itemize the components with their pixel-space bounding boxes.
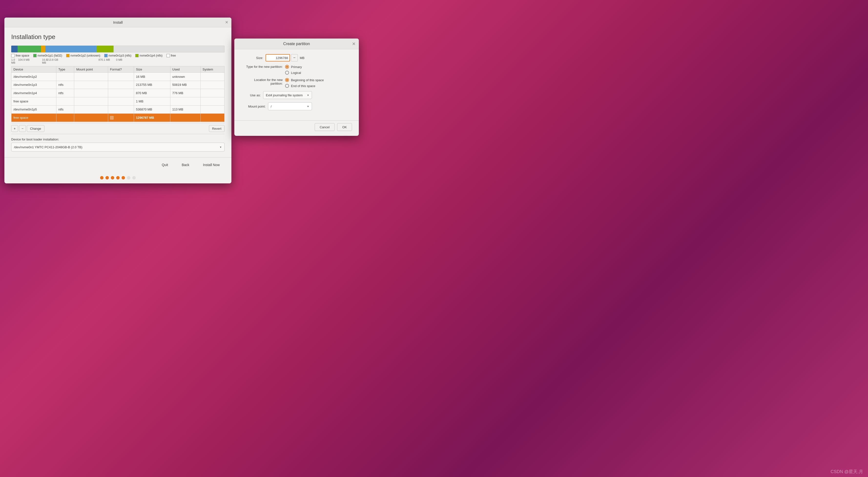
bootloader-label: Device for boot loader installation: — [11, 138, 224, 141]
bootloader-select[interactable]: /dev/nvme0n1 YMTC PC411-2048GB-B (2.0 TB… — [11, 143, 224, 151]
cell-format — [108, 73, 134, 81]
legend-label-ntfs4: nvme0n1p4 (ntfs) — [140, 54, 162, 57]
cell-device-selected: free space — [11, 114, 56, 122]
size-row: Size: − MB — [241, 54, 352, 62]
col-device: Device — [11, 66, 56, 73]
location-end-option[interactable]: End of this space — [285, 84, 324, 88]
cell-mount — [74, 73, 108, 81]
legend-sizes: 1.0 MB 104.9 MB 16.8 MB 213.8 GB 870.1 M… — [11, 58, 224, 64]
legend-box-ntfs4 — [135, 54, 138, 57]
cell-type — [56, 73, 74, 81]
table-row[interactable]: /dev/nvme0n1p5 ntfs 536870 MB 113 MB — [11, 105, 224, 114]
type-logical-option[interactable]: Logical — [285, 71, 302, 75]
dot-7 — [132, 176, 136, 179]
cell-device: /dev/nvme0n1p4 — [11, 89, 56, 97]
legend-fat32: nvme0n1p1 (fat32) — [33, 54, 62, 57]
type-logical-label: Logical — [291, 71, 301, 75]
revert-button[interactable]: Revert — [209, 125, 224, 132]
table-row[interactable]: /dev/nvme0n1p2 16 MB unknown — [11, 73, 224, 81]
dot-2 — [105, 176, 109, 179]
size-free2: 0 MB — [116, 58, 122, 64]
cell-mount — [74, 81, 108, 89]
change-partition-button[interactable]: Change — [27, 125, 44, 132]
location-beginning-option[interactable]: Beginning of this space — [285, 78, 324, 82]
dialog-close-button[interactable]: ✕ — [351, 42, 356, 46]
mount-select[interactable]: / ▼ — [268, 102, 312, 110]
location-form-label: Location for the new partition: — [241, 78, 283, 86]
cell-size: 213755 MB — [134, 81, 170, 89]
legend-box-ntfs3 — [104, 54, 107, 57]
type-radio-group: Primary Logical — [285, 65, 302, 75]
dialog-titlebar: Create partition ✕ — [234, 38, 359, 49]
size-minus-button[interactable]: − — [291, 54, 298, 62]
size-ntfs4: 870.1 MB — [99, 58, 116, 64]
back-button[interactable]: Back — [177, 161, 194, 169]
cell-type: ntfs — [56, 89, 74, 97]
col-system: System — [200, 66, 224, 73]
add-partition-button[interactable]: + — [11, 125, 18, 132]
dialog-title: Create partition — [283, 42, 310, 46]
useas-select[interactable]: Ext4 journaling file system ▼ — [263, 91, 312, 99]
create-partition-dialog: Create partition ✕ Size: − MB Type for t… — [234, 38, 359, 136]
size-mb-label: MB — [300, 56, 305, 60]
location-radio-group: Beginning of this space End of this spac… — [285, 78, 324, 88]
table-row-selected[interactable]: free space 1296787 MB — [11, 114, 224, 122]
cell-device: free space — [11, 97, 56, 105]
bar-fat32 — [18, 45, 41, 53]
cell-used — [170, 97, 200, 105]
location-end-radio[interactable] — [285, 84, 289, 88]
location-beginning-label: Beginning of this space — [291, 78, 324, 82]
legend-box-free1 — [11, 54, 14, 57]
dot-1 — [100, 176, 103, 179]
cell-format — [108, 89, 134, 97]
cell-system — [200, 97, 224, 105]
bar-free-space-1 — [11, 45, 18, 53]
legend-ntfs4: nvme0n1p4 (ntfs) — [135, 54, 162, 57]
type-logical-radio[interactable] — [285, 71, 289, 75]
table-row[interactable]: /dev/nvme0n1p3 ntfs 213755 MB 50819 MB — [11, 81, 224, 89]
size-unknown: 16.8 MB — [42, 58, 46, 64]
table-row[interactable]: /dev/nvme0n1p4 ntfs 870 MB 776 MB — [11, 89, 224, 97]
useas-value: Ext4 journaling file system — [266, 93, 303, 97]
table-row[interactable]: free space 1 MB — [11, 97, 224, 105]
legend-free-space-1: free space — [11, 54, 29, 57]
install-now-button[interactable]: Install Now — [198, 161, 224, 169]
mount-arrow-icon: ▼ — [307, 105, 309, 108]
location-beginning-radio[interactable] — [285, 78, 289, 82]
useas-arrow-icon: ▼ — [307, 94, 309, 97]
quit-button[interactable]: Quit — [157, 161, 173, 169]
bar-ntfs4 — [97, 45, 114, 53]
legend-unknown: nvme0n1p2 (unknown) — [66, 54, 100, 57]
size-free1: 1.0 MB — [11, 58, 18, 64]
cell-size-selected: 1296787 MB — [134, 114, 170, 122]
remove-partition-button[interactable]: − — [19, 125, 26, 132]
cell-system — [200, 81, 224, 89]
legend-box-unknown — [66, 54, 69, 57]
cell-type: ntfs — [56, 105, 74, 114]
legend-box-free2 — [166, 54, 170, 57]
legend-ntfs3: nvme0n1p3 (ntfs) — [104, 54, 131, 57]
dot-4 — [116, 176, 120, 179]
install-window: Install ✕ Installation type free space n… — [4, 18, 231, 183]
install-title: Install — [113, 20, 123, 24]
format-checkbox[interactable] — [110, 116, 114, 120]
bar-ntfs3 — [45, 45, 97, 53]
cell-device: /dev/nvme0n1p2 — [11, 73, 56, 81]
mount-form-label: Mount point: — [241, 105, 266, 108]
size-input-field[interactable] — [266, 54, 290, 62]
cell-format — [108, 97, 134, 105]
cell-size: 1 MB — [134, 97, 170, 105]
legend-label-unknown: nvme0n1p2 (unknown) — [70, 54, 100, 57]
install-close-button[interactable]: ✕ — [224, 21, 228, 24]
cell-used: unknown — [170, 73, 200, 81]
cell-size: 870 MB — [134, 89, 170, 97]
ok-button[interactable]: OK — [337, 123, 352, 131]
type-primary-option[interactable]: Primary — [285, 65, 302, 69]
type-primary-radio[interactable] — [285, 65, 289, 69]
install-titlebar: Install ✕ — [4, 18, 231, 27]
cell-used: 776 MB — [170, 89, 200, 97]
bootloader-section: Device for boot loader installation: /de… — [11, 138, 224, 151]
cell-mount — [74, 89, 108, 97]
partition-toolbar: + − Change Revert — [11, 123, 224, 134]
cancel-button[interactable]: Cancel — [315, 123, 335, 131]
